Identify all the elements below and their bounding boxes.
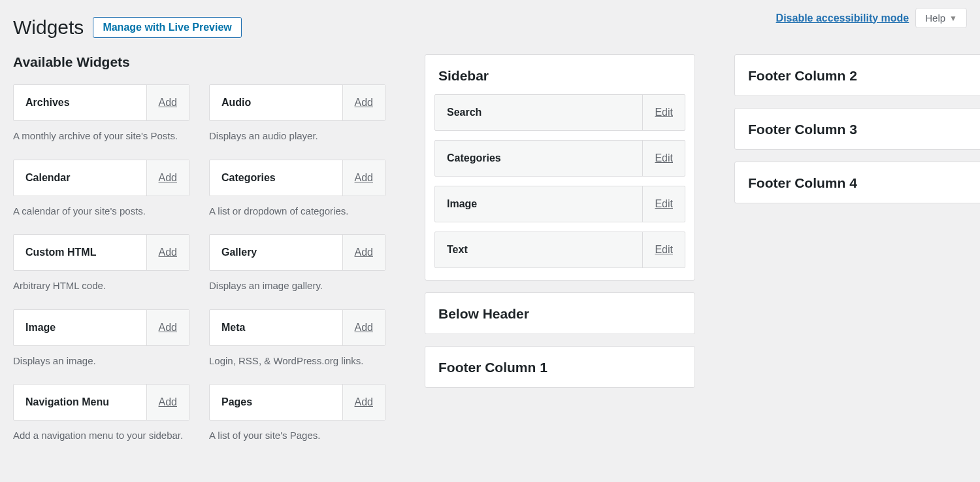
widget-header[interactable]: CalendarAdd: [13, 160, 189, 196]
widget-areas-column-2: Footer Column 2Footer Column 3Footer Col…: [734, 54, 980, 215]
edit-button[interactable]: Edit: [642, 95, 685, 130]
edit-button[interactable]: Edit: [642, 141, 685, 176]
help-button[interactable]: Help ▼: [915, 8, 967, 28]
widget-area-title: Footer Column 3: [744, 120, 980, 137]
widget-header[interactable]: PagesAdd: [209, 384, 385, 421]
available-widget-custom-html: Custom HTMLAddArbitrary HTML code.: [13, 234, 189, 294]
available-widget-pages: PagesAddA list of your site's Pages.: [209, 384, 385, 443]
manage-live-preview-button[interactable]: Manage with Live Preview: [93, 17, 241, 38]
widget-description: A list or dropdown of categories.: [209, 204, 385, 219]
widget-area-footer-column-2[interactable]: Footer Column 2: [734, 54, 980, 96]
add-button[interactable]: Add: [146, 160, 189, 196]
help-label: Help: [925, 12, 945, 24]
widget-area-title: Footer Column 4: [744, 174, 980, 191]
area-widget-name-label: Categories: [435, 141, 642, 176]
widget-name-label: Gallery: [210, 235, 342, 270]
widget-area-title: Sidebar: [434, 67, 685, 84]
widget-description: A calendar of your site's posts.: [13, 204, 189, 219]
widget-name-label: Archives: [14, 85, 146, 120]
add-button[interactable]: Add: [146, 85, 189, 120]
widget-areas-column-1: SidebarSearchEditCategoriesEditImageEdit…: [425, 54, 695, 400]
area-widget-name-label: Image: [435, 186, 642, 222]
widget-description: Displays an audio player.: [209, 129, 385, 144]
widget-area-title: Footer Column 2: [744, 67, 980, 84]
area-widget-text[interactable]: TextEdit: [434, 232, 685, 268]
widget-area-title: Footer Column 1: [434, 358, 685, 375]
add-button[interactable]: Add: [342, 235, 385, 270]
widget-header[interactable]: MetaAdd: [209, 309, 385, 346]
widget-header[interactable]: Navigation MenuAdd: [13, 384, 189, 421]
available-widget-audio: AudioAddDisplays an audio player.: [209, 84, 385, 144]
widget-name-label: Meta: [210, 310, 342, 345]
widget-description: Add a navigation menu to your sidebar.: [13, 428, 189, 443]
add-button[interactable]: Add: [146, 385, 189, 420]
page-title: Widgets: [13, 16, 84, 39]
widget-header[interactable]: AudioAdd: [209, 84, 385, 121]
add-button[interactable]: Add: [342, 85, 385, 120]
widget-description: A monthly archive of your site's Posts.: [13, 129, 189, 144]
widget-name-label: Navigation Menu: [14, 385, 146, 420]
available-widget-gallery: GalleryAddDisplays an image gallery.: [209, 234, 385, 294]
widget-description: Login, RSS, & WordPress.org links.: [209, 354, 385, 369]
available-widget-archives: ArchivesAddA monthly archive of your sit…: [13, 84, 189, 144]
widget-name-label: Pages: [210, 385, 342, 420]
widget-name-label: Audio: [210, 85, 342, 120]
available-widgets-column: Available Widgets ArchivesAddA monthly a…: [13, 54, 385, 453]
chevron-down-icon: ▼: [949, 14, 957, 23]
widget-area-title: Below Header: [434, 305, 685, 322]
widget-header[interactable]: ArchivesAdd: [13, 84, 189, 121]
widget-name-label: Custom HTML: [14, 235, 146, 270]
add-button[interactable]: Add: [342, 310, 385, 345]
widget-area-footer-column-4[interactable]: Footer Column 4: [734, 162, 980, 203]
add-button[interactable]: Add: [342, 385, 385, 420]
widget-header[interactable]: GalleryAdd: [209, 234, 385, 271]
widget-header[interactable]: ImageAdd: [13, 309, 189, 346]
widget-description: Arbitrary HTML code.: [13, 279, 189, 294]
available-widget-image: ImageAddDisplays an image.: [13, 309, 189, 369]
area-widget-name-label: Text: [435, 232, 642, 267]
widget-area-sidebar[interactable]: SidebarSearchEditCategoriesEditImageEdit…: [425, 54, 695, 281]
widget-description: A list of your site's Pages.: [209, 428, 385, 443]
area-widget-search[interactable]: SearchEdit: [434, 94, 685, 131]
available-widget-categories: CategoriesAddA list or dropdown of categ…: [209, 160, 385, 219]
area-widget-image[interactable]: ImageEdit: [434, 186, 685, 222]
add-button[interactable]: Add: [342, 160, 385, 196]
disable-accessibility-link[interactable]: Disable accessibility mode: [776, 12, 909, 24]
widget-header[interactable]: Custom HTMLAdd: [13, 234, 189, 271]
available-widget-meta: MetaAddLogin, RSS, & WordPress.org links…: [209, 309, 385, 369]
widget-description: Displays an image.: [13, 354, 189, 369]
available-widget-navigation-menu: Navigation MenuAddAdd a navigation menu …: [13, 384, 189, 443]
widget-name-label: Categories: [210, 160, 342, 196]
area-widget-name-label: Search: [435, 95, 642, 130]
add-button[interactable]: Add: [146, 310, 189, 345]
widget-description: Displays an image gallery.: [209, 279, 385, 294]
available-widgets-title: Available Widgets: [13, 54, 385, 70]
available-widget-calendar: CalendarAddA calendar of your site's pos…: [13, 160, 189, 219]
widget-name-label: Calendar: [14, 160, 146, 196]
edit-button[interactable]: Edit: [642, 186, 685, 222]
add-button[interactable]: Add: [146, 235, 189, 270]
widget-header[interactable]: CategoriesAdd: [209, 160, 385, 196]
widget-area-footer-column-1[interactable]: Footer Column 1: [425, 346, 695, 388]
area-widget-categories[interactable]: CategoriesEdit: [434, 140, 685, 177]
widget-area-footer-column-3[interactable]: Footer Column 3: [734, 108, 980, 150]
widget-area-list: SearchEditCategoriesEditImageEditTextEdi…: [434, 94, 685, 268]
widget-area-below-header[interactable]: Below Header: [425, 292, 695, 334]
edit-button[interactable]: Edit: [642, 232, 685, 267]
widget-name-label: Image: [14, 310, 146, 345]
